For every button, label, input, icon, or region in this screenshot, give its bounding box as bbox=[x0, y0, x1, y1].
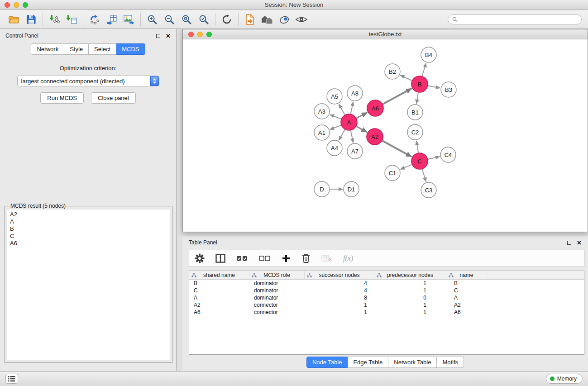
export-table-button[interactable] bbox=[103, 12, 120, 27]
graph-edge-C-C1[interactable] bbox=[400, 165, 411, 170]
table-row[interactable]: Bdominator41B bbox=[189, 280, 584, 287]
graph-node-C1[interactable]: C1 bbox=[385, 165, 400, 181]
graph-node-B4[interactable]: B4 bbox=[421, 47, 436, 62]
add-column-button[interactable] bbox=[282, 254, 291, 263]
graph-edge-B-B2[interactable] bbox=[400, 75, 412, 81]
graph-edge-A6-B[interactable] bbox=[383, 89, 412, 105]
graph-node-C2[interactable]: C2 bbox=[407, 124, 423, 140]
zoom-fit-button[interactable] bbox=[178, 12, 195, 27]
close-window-button[interactable] bbox=[5, 2, 10, 8]
result-item[interactable]: A6 bbox=[10, 240, 167, 247]
table-row[interactable]: Adominator80A bbox=[189, 294, 584, 301]
graph-edge-A-A6[interactable] bbox=[357, 112, 368, 118]
new-network-button[interactable] bbox=[86, 12, 103, 27]
refresh-layout-button[interactable] bbox=[218, 12, 235, 27]
remove-table-button[interactable] bbox=[321, 254, 332, 262]
run-mcds-button[interactable]: Run MCDS bbox=[40, 92, 84, 104]
import-table-button[interactable] bbox=[63, 12, 80, 27]
delete-column-button[interactable] bbox=[301, 253, 311, 263]
graph-edge-A-A3[interactable] bbox=[330, 114, 341, 119]
save-button[interactable] bbox=[23, 12, 40, 27]
graph-node-C[interactable]: C bbox=[411, 153, 428, 169]
graph-edge-A-A8[interactable] bbox=[351, 102, 353, 114]
open-file-button[interactable] bbox=[5, 12, 23, 27]
function-builder-button[interactable]: f(x) bbox=[343, 254, 353, 262]
table-settings-button[interactable] bbox=[195, 253, 205, 263]
column-header-shared-name[interactable]: shared name bbox=[189, 271, 249, 279]
close-table-panel-icon[interactable]: ✕ bbox=[577, 240, 582, 246]
result-item[interactable]: B bbox=[10, 225, 167, 233]
close-panel-icon[interactable]: ✕ bbox=[166, 33, 171, 39]
home-button[interactable] bbox=[258, 12, 276, 27]
search-input[interactable] bbox=[460, 16, 577, 23]
show-panels-button[interactable] bbox=[5, 374, 18, 384]
zoom-out-button[interactable] bbox=[161, 12, 178, 27]
tab-style[interactable]: Style bbox=[64, 43, 89, 55]
graph-edge-A-A1[interactable] bbox=[330, 125, 341, 129]
graph-node-C4[interactable]: C4 bbox=[440, 147, 456, 162]
graph-node-A3[interactable]: A3 bbox=[314, 104, 330, 119]
tab-mcds[interactable]: MCDS bbox=[116, 43, 145, 55]
column-header-predecessor-nodes[interactable]: predecessor nodes bbox=[374, 271, 446, 279]
export-image-button[interactable] bbox=[120, 12, 138, 27]
zoom-window-button[interactable] bbox=[23, 2, 28, 8]
graph-node-B2[interactable]: B2 bbox=[385, 64, 400, 79]
select-all-button[interactable] bbox=[236, 254, 248, 262]
graph-node-B1[interactable]: B1 bbox=[407, 105, 423, 120]
style-brush-button[interactable] bbox=[276, 12, 293, 27]
tab-select[interactable]: Select bbox=[89, 43, 116, 55]
graph-edge-C-C2[interactable] bbox=[416, 141, 418, 152]
graph-node-A[interactable]: A bbox=[341, 114, 357, 130]
graph-node-A4[interactable]: A4 bbox=[327, 140, 342, 156]
zoom-selected-button[interactable] bbox=[195, 12, 212, 27]
close-panel-button[interactable]: Close panel bbox=[91, 92, 136, 104]
float-panel-icon[interactable] bbox=[156, 34, 160, 38]
table-row[interactable]: A2connector11A2 bbox=[189, 301, 584, 309]
tab-network-table[interactable]: Network Table bbox=[388, 357, 437, 368]
mcds-result-list[interactable]: A2ABCA6 bbox=[7, 210, 170, 360]
memory-button[interactable]: Memory bbox=[546, 374, 583, 384]
graph-node-A2[interactable]: A2 bbox=[367, 129, 383, 145]
network-canvas[interactable]: B4B2BB3A5A8A6B1A3AC2A1A2A4A7C4CC1C3DD1 bbox=[183, 40, 588, 232]
network-window-titlebar[interactable]: testGlobe.txt bbox=[183, 29, 588, 39]
graph-node-A7[interactable]: A7 bbox=[347, 143, 363, 159]
tab-network[interactable]: Network bbox=[31, 43, 64, 55]
eye-button[interactable] bbox=[293, 12, 310, 27]
search-box[interactable] bbox=[448, 14, 582, 24]
graph-node-D1[interactable]: D1 bbox=[344, 181, 359, 197]
column-header-MCDS-role[interactable]: MCDS role bbox=[249, 271, 305, 279]
graph-edge-B-B4[interactable] bbox=[422, 63, 426, 76]
minimize-window-button[interactable] bbox=[14, 2, 19, 8]
graph-edge-B-B1[interactable] bbox=[416, 93, 418, 104]
graph-node-A8[interactable]: A8 bbox=[347, 86, 363, 101]
result-item[interactable]: C bbox=[10, 233, 167, 240]
graph-edge-A-A4[interactable] bbox=[339, 130, 344, 141]
result-item[interactable]: A2 bbox=[10, 211, 167, 218]
graph-node-B3[interactable]: B3 bbox=[441, 82, 456, 97]
graph-edge-A2-C[interactable] bbox=[382, 141, 412, 157]
tab-motifs[interactable]: Motifs bbox=[437, 357, 464, 368]
graph-node-A6[interactable]: A6 bbox=[367, 100, 383, 116]
graph-node-C3[interactable]: C3 bbox=[421, 182, 436, 198]
graph-node-A5[interactable]: A5 bbox=[327, 89, 342, 104]
graph-node-B[interactable]: B bbox=[411, 76, 428, 92]
graph-node-D[interactable]: D bbox=[314, 181, 330, 197]
graph-edge-A-A2[interactable] bbox=[357, 126, 367, 132]
graph-edge-A-A7[interactable] bbox=[351, 131, 353, 143]
tab-node-table[interactable]: Node Table bbox=[306, 357, 348, 368]
table-row[interactable]: A6connector11A6 bbox=[189, 309, 584, 316]
graph-edge-C-C4[interactable] bbox=[428, 157, 440, 159]
tab-edge-table[interactable]: Edge Table bbox=[348, 357, 388, 368]
deselect-all-button[interactable] bbox=[259, 254, 271, 262]
graph-node-A1[interactable]: A1 bbox=[314, 125, 330, 140]
criterion-dropdown[interactable]: largest connected component (directed) bbox=[17, 76, 159, 86]
graph-edge-A-A5[interactable] bbox=[339, 104, 344, 115]
zoom-in-button[interactable] bbox=[143, 12, 161, 27]
graph-edge-C-C3[interactable] bbox=[422, 169, 426, 182]
graph-edge-B-B3[interactable] bbox=[428, 86, 440, 88]
show-columns-button[interactable] bbox=[215, 254, 225, 263]
column-header-successor-nodes[interactable]: successor nodes bbox=[305, 271, 374, 279]
table-row[interactable]: Cdominator41C bbox=[189, 287, 584, 294]
float-table-panel-icon[interactable] bbox=[567, 241, 571, 245]
network-graph[interactable]: B4B2BB3A5A8A6B1A3AC2A1A2A4A7C4CC1C3DD1 bbox=[183, 40, 588, 232]
